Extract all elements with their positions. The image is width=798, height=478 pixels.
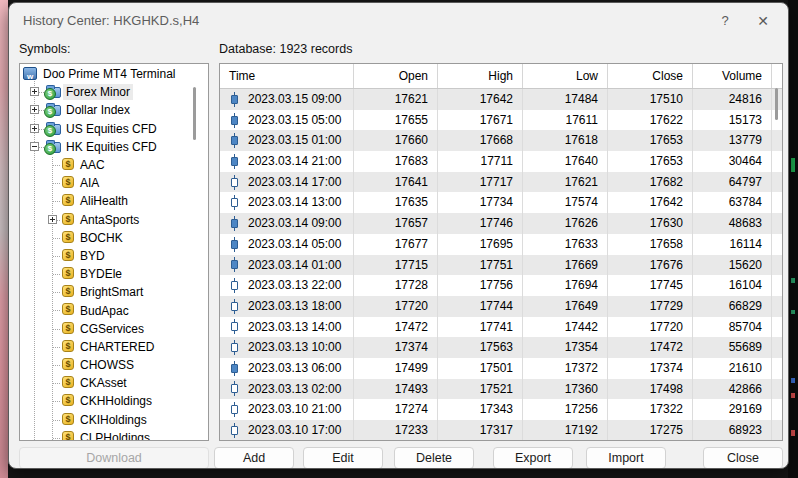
table-row[interactable]: 2023.03.14 05:00 17677 17695 17633 17658… [220,234,782,255]
tree-item-label: CHOWSS [77,357,137,373]
tree-item[interactable]: CKHHoldings [20,392,208,410]
table-scrollbar-thumb[interactable] [775,88,778,120]
cell-open: 17655 [354,110,438,131]
close-button[interactable]: Close [703,447,783,469]
tree-item[interactable]: CHARTERED [20,338,208,356]
tree-item[interactable]: CKAsset [20,374,208,392]
cell-volume: 29169 [693,399,772,420]
tree-item[interactable]: AIA [20,174,208,192]
expand-toggle-icon[interactable] [30,87,39,96]
tree-item[interactable]: BYD [20,247,208,265]
expand-toggle-icon[interactable] [48,215,57,224]
cell-low: 17669 [523,255,608,276]
cell-close: 17745 [608,275,693,296]
tree-item[interactable]: AntaSports [20,211,208,229]
col-header-high[interactable]: High [438,64,523,88]
cell-volume: 15620 [693,255,772,276]
table-row[interactable]: 2023.03.14 01:00 17715 17751 17669 17676… [220,255,782,276]
candle-icon [230,381,239,396]
candle-mark [791,158,795,172]
col-header-time[interactable]: Time [220,64,354,88]
cell-time: 2023.03.13 22:00 [248,275,341,296]
add-button[interactable]: Add [214,447,294,469]
close-icon[interactable]: ✕ [750,9,776,33]
tree-item-label: CKAsset [77,375,130,391]
tree-item[interactable]: AAC [20,156,208,174]
cell-close: 17322 [608,399,693,420]
cell-high: 17746 [438,213,523,234]
tree-item[interactable]: CLPHoldings [20,429,208,440]
table-row[interactable]: 2023.03.15 01:00 17660 17668 17618 17653… [220,130,782,151]
tree-item-label: AntaSports [77,212,142,228]
export-button[interactable]: Export [493,447,573,469]
tree-item[interactable]: HK Equities CFD [20,138,208,156]
cell-open: 17728 [354,275,438,296]
cell-low: 17626 [523,213,608,234]
tree-item[interactable]: Doo Prime MT4 Terminal [20,65,208,83]
table-row[interactable]: 2023.03.15 09:00 17621 17642 17484 17510… [220,89,782,110]
cell-open: 17641 [354,172,438,193]
tree-item-label: AAC [77,157,108,173]
tree-item[interactable]: CGServices [20,320,208,338]
background-chart-right-strip [788,0,798,478]
expand-toggle-icon[interactable] [30,105,39,114]
candle-mark [791,310,795,314]
tree-item[interactable]: Forex Minor [20,83,208,101]
table-row[interactable]: 2023.03.10 21:00 17274 17343 17256 17322… [220,399,782,420]
table-row[interactable]: 2023.03.13 22:00 17728 17756 17694 17745… [220,275,782,296]
tree-item[interactable]: CKIHoldings [20,411,208,429]
col-header-volume[interactable]: Volume [693,64,772,88]
cell-time: 2023.03.14 21:00 [248,151,341,172]
terminal-icon [23,67,37,80]
table-row[interactable]: 2023.03.13 18:00 17720 17744 17649 17729… [220,296,782,317]
dialog-title: History Center: HKGHKD.s,H4 [23,13,199,28]
expand-toggle-icon[interactable] [30,124,39,133]
edit-button[interactable]: Edit [303,447,383,469]
col-header-close[interactable]: Close [608,64,693,88]
tree-item[interactable]: BudApac [20,301,208,319]
tree-item[interactable]: AliHealth [20,192,208,210]
table-row[interactable]: 2023.03.13 02:00 17493 17521 17360 17498… [220,379,782,400]
table-row[interactable]: 2023.03.14 13:00 17635 17734 17574 17642… [220,192,782,213]
coin-icon [62,285,74,297]
titlebar[interactable]: History Center: HKGHKD.s,H4 ? ✕ [9,3,788,39]
table-row[interactable]: 2023.03.13 14:00 17472 17741 17442 17720… [220,317,782,338]
table-row[interactable]: 2023.03.10 17:00 17233 17317 17192 17275… [220,420,782,441]
tree-scrollbar-thumb[interactable] [193,87,196,140]
cell-time: 2023.03.14 05:00 [248,234,341,255]
candle-icon [230,237,239,252]
import-button[interactable]: Import [586,447,666,469]
cell-time: 2023.03.15 09:00 [248,89,341,110]
history-table-body: 2023.03.15 09:00 17621 17642 17484 17510… [220,89,782,441]
col-header-open[interactable]: Open [354,64,438,88]
cell-volume: 13779 [693,130,772,151]
tree-item[interactable]: BOCHK [20,229,208,247]
tree-item[interactable]: US Equities CFD [20,120,208,138]
tree-item[interactable]: CHOWSS [20,356,208,374]
tree-item[interactable]: BrightSmart [20,283,208,301]
coin-icon [62,340,74,352]
coin-icon [62,394,74,406]
candle-icon [230,257,239,272]
download-button[interactable]: Download [19,447,209,469]
table-row[interactable]: 2023.03.15 05:00 17655 17671 17611 17622… [220,110,782,131]
delete-button[interactable]: Delete [394,447,474,469]
table-row[interactable]: 2023.03.13 10:00 17374 17563 17354 17472… [220,337,782,358]
cell-close: 17642 [608,192,693,213]
table-row[interactable]: 2023.03.14 17:00 17641 17717 17621 17682… [220,172,782,193]
cell-time: 2023.03.13 18:00 [248,296,341,317]
table-row[interactable]: 2023.03.14 09:00 17657 17746 17626 17630… [220,213,782,234]
expand-toggle-icon[interactable] [30,142,39,151]
cell-volume: 30464 [693,151,772,172]
tree-item[interactable]: Dollar Index [20,101,208,119]
cell-time: 2023.03.14 09:00 [248,213,341,234]
table-row[interactable]: 2023.03.13 06:00 17499 17501 17372 17374… [220,358,782,379]
col-header-low[interactable]: Low [523,64,608,88]
coin-icon [62,303,74,315]
cell-close: 17630 [608,213,693,234]
history-center-dialog: History Center: HKGHKD.s,H4 ? ✕ Symbols:… [8,2,789,469]
table-row[interactable]: 2023.03.14 21:00 17683 17711 17640 17653… [220,151,782,172]
tree-item[interactable]: BYDEle [20,265,208,283]
help-icon[interactable]: ? [712,9,738,33]
tree-item-label: BYD [77,248,108,264]
